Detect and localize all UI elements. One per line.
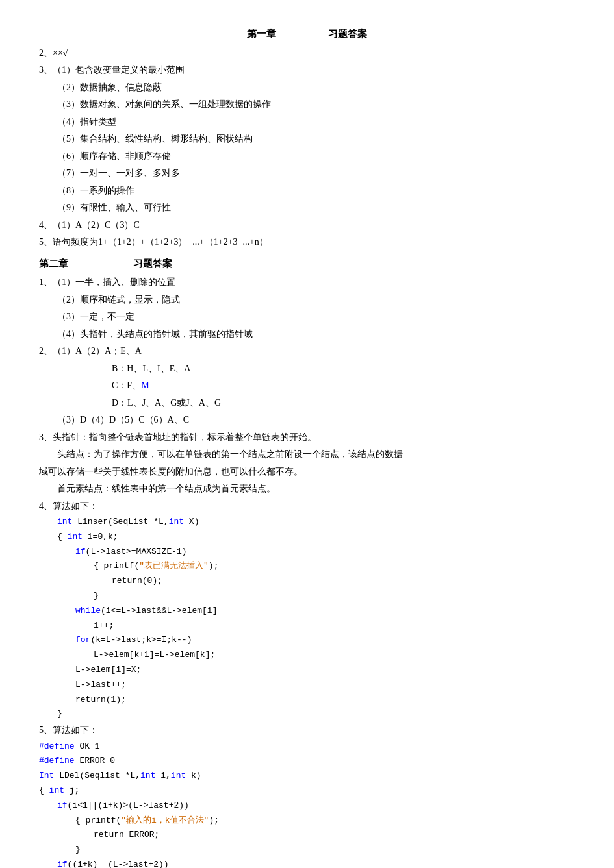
code-5-4: { int j; bbox=[39, 784, 575, 798]
ch2-1-2: （2）顺序和链式，显示，隐式 bbox=[39, 292, 575, 308]
ch2-3-3: 域可以存储一些关于线性表长度的附加信息，也可以什么都不存。 bbox=[39, 464, 575, 480]
ch2-2-1: 2、（1）A（2）A；E、A bbox=[39, 343, 575, 360]
line-2: 2、××√ bbox=[39, 45, 575, 62]
ch2-2-3: （3）D（4）D（5）C（6）A、C bbox=[39, 412, 575, 428]
ch2-3-2: 头结点：为了操作方便，可以在单链表的第一个结点之前附设一个结点，该结点的数据 bbox=[39, 447, 575, 463]
line-3-4: （4）指针类型 bbox=[39, 114, 575, 130]
line-3-7: （7）一对一、一对多、多对多 bbox=[39, 166, 575, 182]
line-4: 4、（1）A（2）C（3）C bbox=[39, 217, 575, 234]
line-3-3: （3）数据对象、对象间的关系、一组处理数据的操作 bbox=[39, 97, 575, 113]
code-5-3: Int LDel(Seqlist *L,int i,int k) bbox=[39, 769, 575, 783]
ch2-1-1: 1、（1）一半，插入、删除的位置 bbox=[39, 275, 575, 291]
page-content: 第一章 习题答案 2、××√ 3、（1）包含改变量定义的最小范围 （2）数据抽象… bbox=[39, 26, 575, 868]
code-4-4: { printf("表已满无法插入"); bbox=[39, 560, 575, 573]
chapter1-title-right: 习题答案 bbox=[328, 26, 367, 43]
ch2-3-1: 3、头指针：指向整个链表首地址的指针，标示着整个单链表的开始。 bbox=[39, 430, 575, 446]
ch2-5-title: 5、算法如下： bbox=[39, 723, 575, 739]
ch2-2-C: C：F、M bbox=[39, 378, 575, 394]
ch2-2-B: B：H、L、I、E、A bbox=[39, 361, 575, 377]
code-4-13: return(1); bbox=[39, 693, 575, 707]
ch2-1-4: （4）头指针，头结点的指针域，其前驱的指针域 bbox=[39, 327, 575, 343]
line-3-1: 3、（1）包含改变量定义的最小范围 bbox=[39, 62, 575, 79]
code-5-9: if((i+k)==(L->last+2)) bbox=[39, 858, 575, 868]
code-4-8: i++; bbox=[39, 619, 575, 633]
chapter1-header: 第一章 习题答案 bbox=[39, 26, 575, 43]
line-3-5: （5）集合结构、线性结构、树形结构、图状结构 bbox=[39, 131, 575, 147]
ch2-3-4: 首元素结点：线性表中的第一个结点成为首元素结点。 bbox=[39, 481, 575, 497]
code-4-3: if(L->last>=MAXSIZE-1) bbox=[39, 545, 575, 559]
code-5-7: return ERROR; bbox=[39, 828, 575, 842]
code-4-7: while(i<=L->last&&L->elem[i] bbox=[39, 604, 575, 618]
code-4-11: L->elem[i]=X; bbox=[39, 663, 575, 677]
text-2: 2、××√ bbox=[39, 48, 68, 58]
code-4-1: int Linser(SeqList *L,int X) bbox=[39, 515, 575, 529]
chapter2-title-left: 第二章 bbox=[39, 256, 68, 273]
code-4-14: } bbox=[39, 708, 575, 721]
chapter1-title-left: 第一章 bbox=[247, 26, 276, 43]
line-3-8: （8）一系列的操作 bbox=[39, 183, 575, 199]
code-4-6: } bbox=[39, 589, 575, 603]
code-5-1: #define OK 1 bbox=[39, 740, 575, 754]
line-3-2: （2）数据抽象、信息隐蔽 bbox=[39, 80, 575, 96]
line-3-9: （9）有限性、输入、可行性 bbox=[39, 200, 575, 216]
line-3-6: （6）顺序存储、非顺序存储 bbox=[39, 149, 575, 165]
line-5: 5、语句频度为1+（1+2）+（1+2+3）+...+（1+2+3+...+n） bbox=[39, 234, 575, 251]
ch2-4-title: 4、算法如下： bbox=[39, 499, 575, 515]
code-4-9: for(k=L->last;k>=I;k--) bbox=[39, 634, 575, 647]
chapter2-title-right: 习题答案 bbox=[133, 256, 172, 273]
code-4-10: L->elem[k+1]=L->elem[k]; bbox=[39, 649, 575, 662]
code-4-12: L->last++; bbox=[39, 678, 575, 692]
code-5-5: if(i<1||(i+k)>(L->last+2)) bbox=[39, 799, 575, 813]
code-5-2: #define ERROR 0 bbox=[39, 754, 575, 768]
ch2-2-D: D：L、J、A、G或J、A、G bbox=[39, 395, 575, 412]
code-5-8: } bbox=[39, 843, 575, 857]
code-5-6: { printf("输入的i，k值不合法"); bbox=[39, 814, 575, 828]
code-4-2: { int i=0,k; bbox=[39, 530, 575, 544]
ch2-1-3: （3）一定，不一定 bbox=[39, 309, 575, 325]
chapter2-header: 第二章 习题答案 bbox=[39, 256, 575, 273]
code-4-5: return(0); bbox=[39, 575, 575, 588]
